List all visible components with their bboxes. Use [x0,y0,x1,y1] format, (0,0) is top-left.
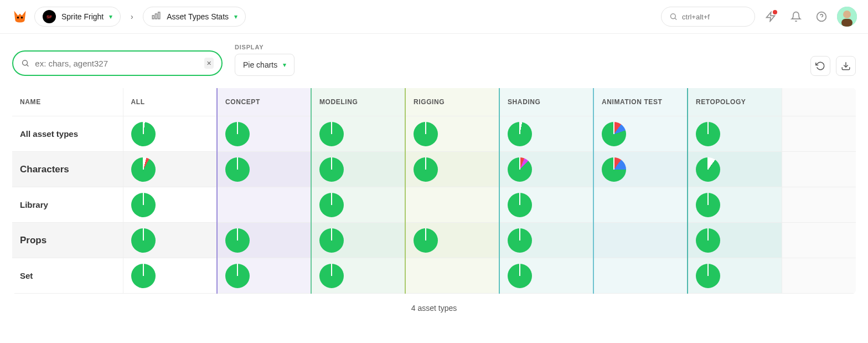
chevron-down-icon: ▾ [283,61,286,69]
pie-chart [131,122,156,146]
cell-spacer [782,152,856,187]
app-logo[interactable] [11,8,29,25]
stat-cell[interactable] [499,116,593,152]
stat-cell[interactable] [499,258,593,294]
pie-chart [696,264,720,288]
global-search[interactable] [661,7,755,27]
stat-cell[interactable] [405,187,499,223]
stat-cell[interactable] [123,116,217,152]
pie-chart [414,122,438,146]
stat-cell[interactable] [593,223,688,258]
stat-cell[interactable] [688,152,782,187]
row-name[interactable]: Library [12,187,123,223]
stat-cell[interactable] [123,152,217,187]
pie-chart [414,228,438,253]
clear-filter-button[interactable]: ✕ [204,58,214,69]
stat-cell[interactable] [688,116,782,152]
stat-cell[interactable] [311,116,405,152]
stat-cell[interactable] [499,187,593,223]
filter-input[interactable] [35,59,199,68]
stats-icon [151,11,161,23]
row-name[interactable]: Characters [12,152,123,187]
column-header[interactable]: SHADING [499,88,593,116]
breadcrumb-next-icon[interactable]: › [126,11,137,22]
help-button[interactable] [812,7,831,27]
display-mode-dropdown[interactable]: Pie charts ▾ [235,54,294,76]
pie-chart [319,157,344,182]
pie-chart [131,228,156,253]
column-spacer [782,88,856,116]
stat-cell[interactable] [405,258,499,294]
stat-cell[interactable] [217,116,311,152]
row-name[interactable]: All asset types [12,116,123,152]
cell-spacer [782,223,856,258]
pie-chart [508,264,532,288]
pie-chart [508,193,532,217]
stat-cell[interactable] [499,152,593,187]
chevron-down-icon: ▾ [234,13,237,21]
stat-cell[interactable] [405,152,499,187]
stat-cell[interactable] [311,152,405,187]
pie-chart [225,157,250,182]
notifications-button[interactable] [786,7,806,27]
column-header[interactable]: MODELING [311,88,405,116]
column-header[interactable]: NAME [12,88,123,116]
row-name[interactable]: Set [12,258,123,294]
stat-cell[interactable] [123,187,217,223]
page-picker[interactable]: Asset Types Stats ▾ [143,7,246,27]
svg-line-6 [675,18,676,20]
column-header[interactable]: RETOPOLOGY [688,88,782,116]
stat-cell[interactable] [217,258,311,294]
stat-cell[interactable] [311,187,405,223]
global-search-input[interactable] [682,13,747,21]
pie-chart [131,193,156,217]
row-name[interactable]: Props [12,223,123,258]
stat-cell[interactable] [593,152,688,187]
svg-rect-12 [841,19,852,27]
pie-chart [319,264,344,288]
stats-table: NAMEALLCONCEPTMODELINGRIGGINGSHADINGANIM… [12,88,856,294]
pie-chart [225,228,250,253]
stat-cell[interactable] [217,152,311,187]
column-header[interactable]: ANIMATION TEST [593,88,688,116]
stat-cell[interactable] [499,223,593,258]
pie-chart [602,157,626,182]
pie-chart [319,228,344,253]
stat-cell[interactable] [593,258,688,294]
pie-chart [602,122,626,146]
pie-chart [696,193,720,217]
svg-rect-4 [158,12,160,19]
notification-dot-icon [773,10,777,14]
project-picker[interactable]: SF Sprite Fright ▾ [34,7,121,27]
news-button[interactable] [761,7,781,27]
stat-cell[interactable] [311,258,405,294]
user-avatar[interactable] [837,7,857,27]
stat-cell[interactable] [123,258,217,294]
column-header[interactable]: ALL [123,88,217,116]
stat-cell[interactable] [593,116,688,152]
filter-search[interactable]: ✕ [12,50,223,76]
svg-point-0 [17,17,19,19]
refresh-button[interactable] [810,56,830,76]
stat-cell[interactable] [217,223,311,258]
column-header[interactable]: RIGGING [405,88,499,116]
stat-cell[interactable] [688,223,782,258]
pie-chart [225,264,250,288]
svg-point-1 [21,17,23,19]
pie-chart [225,122,250,146]
stat-cell[interactable] [688,258,782,294]
page-title: Asset Types Stats [167,12,229,21]
stat-cell[interactable] [123,223,217,258]
stat-cell[interactable] [311,223,405,258]
pie-chart [508,157,532,182]
svg-line-14 [27,65,29,66]
pie-chart [696,228,720,253]
stat-cell[interactable] [217,187,311,223]
stat-cell[interactable] [688,187,782,223]
stat-cell[interactable] [593,187,688,223]
stat-cell[interactable] [405,223,499,258]
pie-chart [319,122,344,146]
column-header[interactable]: CONCEPT [217,88,311,116]
download-button[interactable] [836,56,856,76]
stat-cell[interactable] [405,116,499,152]
